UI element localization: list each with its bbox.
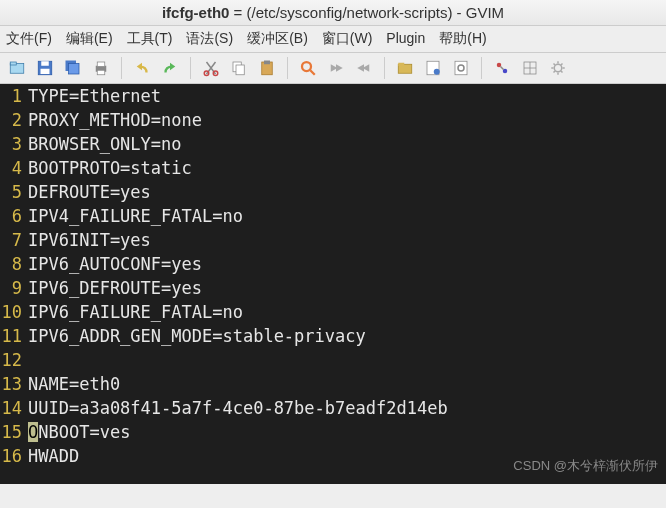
svg-point-16 [302,62,311,71]
editor-line[interactable]: 1TYPE=Ethernet [0,84,666,108]
svg-rect-4 [41,69,50,74]
menu-item-3[interactable]: 语法(S) [186,30,233,48]
watermark: CSDN @木兮梓渐伏所伊 [513,454,658,478]
menubar: 文件(F)编辑(E)工具(T)语法(S)缓冲区(B)窗口(W)Plugin帮助(… [0,26,666,53]
line-number: 5 [0,180,28,204]
editor-line[interactable]: 10IPV6_FAILURE_FATAL=no [0,300,666,324]
toolbar-separator [384,57,385,79]
code-text: DEFROUTE=yes [28,180,151,204]
menu-item-1[interactable]: 编辑(E) [66,30,113,48]
editor-line[interactable]: 5DEFROUTE=yes [0,180,666,204]
tag-button[interactable] [491,57,513,79]
svg-rect-8 [97,62,105,67]
editor-line[interactable]: 4BOOTPROTO=static [0,156,666,180]
line-number: 16 [0,444,28,468]
paste-button[interactable] [256,57,278,79]
code-text: NAME=eth0 [28,372,120,396]
line-number: 1 [0,84,28,108]
code-text: TYPE=Ethernet [28,84,161,108]
code-text: IPV6_AUTOCONF=yes [28,252,202,276]
print-button[interactable] [90,57,112,79]
editor-line[interactable]: 3BROWSER_ONLY=no [0,132,666,156]
line-number: 6 [0,204,28,228]
editor-line[interactable]: 6IPV4_FAILURE_FATAL=no [0,204,666,228]
window-title: ifcfg-eth0 = (/etc/sysconfig/network-scr… [0,0,666,26]
grid-button[interactable] [519,57,541,79]
menu-item-6[interactable]: Plugin [386,30,425,48]
code-text: HWADD [28,444,79,468]
toolbar-separator [121,57,122,79]
svg-rect-3 [41,61,49,66]
script-button[interactable] [422,57,444,79]
editor-line[interactable]: 11IPV6_ADDR_GEN_MODE=stable-privacy [0,324,666,348]
svg-point-20 [434,69,440,75]
editor-line[interactable]: 7IPV6INIT=yes [0,228,666,252]
cut-button[interactable] [200,57,222,79]
toolbar [0,53,666,84]
menu-item-0[interactable]: 文件(F) [6,30,52,48]
menu-item-4[interactable]: 缓冲区(B) [247,30,308,48]
line-number: 7 [0,228,28,252]
editor-line[interactable]: 13NAME=eth0 [0,372,666,396]
code-text: IPV6INIT=yes [28,228,151,252]
svg-rect-21 [455,61,467,75]
folder-button[interactable] [394,57,416,79]
editor-line[interactable]: 8IPV6_AUTOCONF=yes [0,252,666,276]
line-number: 9 [0,276,28,300]
settings-button[interactable] [450,57,472,79]
prev-button[interactable] [353,57,375,79]
next-button[interactable] [325,57,347,79]
svg-rect-1 [10,62,16,65]
cursor: O [28,422,38,442]
line-number: 8 [0,252,28,276]
code-text: ONBOOT=ves [28,420,130,444]
line-number: 11 [0,324,28,348]
menu-item-2[interactable]: 工具(T) [127,30,173,48]
line-number: 13 [0,372,28,396]
editor-line[interactable]: 9IPV6_DEFROUTE=yes [0,276,666,300]
undo-button[interactable] [131,57,153,79]
code-text: IPV6_FAILURE_FATAL=no [28,300,243,324]
code-text: UUID=a3a08f41-5a7f-4ce0-87be-b7eadf2d14e… [28,396,448,420]
svg-rect-15 [264,61,270,65]
toolbar-separator [481,57,482,79]
svg-rect-6 [69,64,80,75]
find-button[interactable] [297,57,319,79]
redo-button[interactable] [159,57,181,79]
editor-line[interactable]: 14UUID=a3a08f41-5a7f-4ce0-87be-b7eadf2d1… [0,396,666,420]
toolbar-separator [190,57,191,79]
editor-area[interactable]: 1TYPE=Ethernet2PROXY_METHOD=none3BROWSER… [0,84,666,484]
line-number: 4 [0,156,28,180]
menu-item-7[interactable]: 帮助(H) [439,30,486,48]
svg-rect-18 [398,63,404,66]
code-text: BOOTPROTO=static [28,156,192,180]
gear-button[interactable] [547,57,569,79]
code-text: IPV4_FAILURE_FATAL=no [28,204,243,228]
line-number: 14 [0,396,28,420]
open-button[interactable] [6,57,28,79]
code-text: PROXY_METHOD=none [28,108,202,132]
save-all-button[interactable] [62,57,84,79]
code-text: BROWSER_ONLY=no [28,132,182,156]
line-number: 10 [0,300,28,324]
line-number: 3 [0,132,28,156]
line-number: 12 [0,348,28,372]
code-text: IPV6_DEFROUTE=yes [28,276,202,300]
line-number: 2 [0,108,28,132]
copy-button[interactable] [228,57,250,79]
code-text: IPV6_ADDR_GEN_MODE=stable-privacy [28,324,366,348]
editor-line[interactable]: 2PROXY_METHOD=none [0,108,666,132]
svg-rect-13 [236,65,244,75]
save-button[interactable] [34,57,56,79]
svg-rect-9 [97,70,105,75]
line-number: 15 [0,420,28,444]
svg-point-26 [554,64,562,72]
menu-item-5[interactable]: 窗口(W) [322,30,373,48]
toolbar-separator [287,57,288,79]
editor-line[interactable]: 15ONBOOT=ves [0,420,666,444]
editor-line[interactable]: 12 [0,348,666,372]
